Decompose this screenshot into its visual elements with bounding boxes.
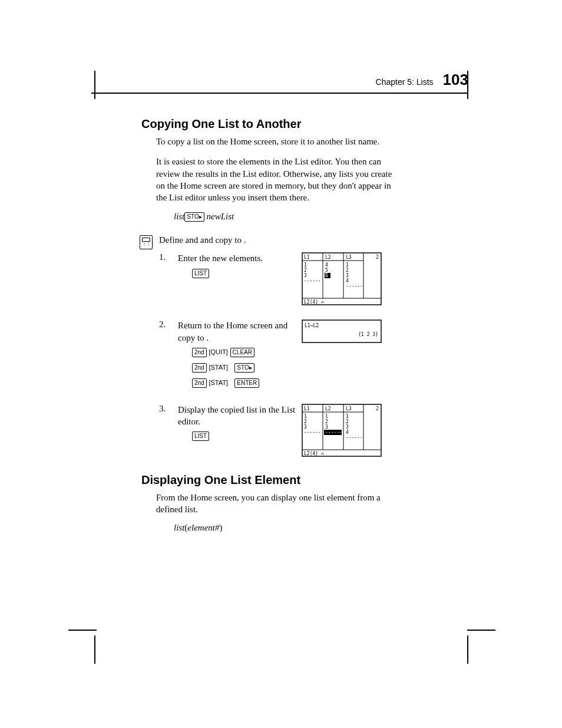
- col-header: L2: [325, 406, 331, 411]
- text: Return to the Home screen and copy: [178, 321, 287, 342]
- cell: 3: [304, 424, 307, 430]
- paragraph: It is easiest to store the elements in t…: [156, 156, 398, 203]
- step-text: Return to the Home screen and copy to . …: [178, 319, 299, 390]
- section-title-copying: Copying One List to Another: [141, 117, 468, 131]
- calculator-screenshot: L1 L2 L3 2 1 2 3 ------ 1 2 3: [302, 404, 382, 457]
- calculator-screenshot: L1→L2 {1 2 3}: [302, 319, 382, 390]
- text: Enter the new elements.: [178, 253, 263, 263]
- cell: 2: [304, 268, 307, 273]
- list-key-icon: LIST: [192, 269, 209, 278]
- example-intro: Define and and copy to .: [159, 235, 468, 245]
- key-row: 2nd [QUIT] CLEAR: [192, 345, 299, 359]
- example-block: Define and and copy to . 1. Enter the ne…: [91, 235, 468, 457]
- page-header: Chapter 5: Lists 103: [91, 71, 468, 94]
- cell: 2: [304, 419, 307, 424]
- cell: 2: [346, 419, 349, 424]
- chapter-label: Chapter 5: Lists: [376, 77, 434, 87]
- syntax-list: list: [174, 212, 184, 221]
- syntax-newlist: newList: [204, 212, 234, 221]
- cell: 4: [346, 278, 349, 284]
- syntax-line: listSTO▸ newList: [174, 212, 468, 222]
- cell: 1: [346, 414, 349, 419]
- cell: 1: [304, 414, 307, 419]
- sto-key-icon: STO▸: [234, 363, 254, 373]
- cell: 3: [304, 273, 307, 278]
- cell: 4: [346, 430, 349, 435]
- list-key-icon: LIST: [192, 431, 209, 441]
- cell: 3: [325, 424, 328, 430]
- dashes: ------: [304, 430, 321, 435]
- section-title-displaying: Displaying One List Element: [141, 473, 468, 487]
- crop-mark: [94, 635, 95, 664]
- text: .: [244, 235, 246, 245]
- text: and copy: [200, 235, 234, 245]
- cell: 6: [325, 273, 328, 278]
- dashes: ------: [325, 430, 342, 435]
- second-key-icon: 2nd: [192, 348, 207, 357]
- col-header: 2: [376, 406, 379, 411]
- text: Define: [159, 235, 186, 245]
- stat-label: [STAT]: [209, 379, 228, 386]
- cell: 2: [346, 268, 349, 273]
- cell: 3: [346, 424, 349, 430]
- status-line: L2(4) =: [304, 451, 324, 456]
- step: 3. Display the copied list in the List e…: [159, 404, 468, 457]
- text: element#: [187, 523, 219, 532]
- step-text: Display the copied list in the List edit…: [178, 404, 299, 457]
- syntax-line: list(element#): [174, 523, 468, 532]
- sto-key-icon: STO▸: [184, 212, 204, 222]
- expression: L1→L2: [305, 323, 319, 328]
- step-number: 2.: [159, 319, 178, 390]
- col-header: L3: [346, 406, 352, 411]
- cell: 5: [325, 268, 328, 273]
- col-header: L2: [325, 255, 331, 260]
- clear-key-icon: CLEAR: [230, 348, 254, 357]
- text: STAT: [211, 379, 226, 386]
- step-list: 1. Enter the new elements. LIST: [159, 252, 468, 457]
- step: 2. Return to the Home screen and copy to…: [159, 319, 468, 390]
- text: QUIT: [211, 348, 226, 355]
- second-key-icon: 2nd: [192, 378, 207, 388]
- close-paren: ): [219, 523, 222, 532]
- crop-mark: [467, 635, 468, 664]
- col-header: L1: [304, 255, 310, 260]
- col-header: 2: [376, 255, 379, 260]
- quit-label: [QUIT]: [209, 348, 227, 355]
- calculator-screenshot: L1 L2 L3 2 1 2 3 ------ 4 5 6: [302, 252, 382, 305]
- step: 1. Enter the new elements. LIST: [159, 252, 468, 305]
- element-arg: element#: [187, 523, 219, 532]
- syntax-list: list: [174, 523, 184, 532]
- dashes: ------: [304, 278, 321, 284]
- key-row: 2nd [STAT] ENTER: [192, 375, 299, 390]
- dashes: ------: [346, 284, 363, 289]
- text: and: [186, 235, 200, 245]
- dashes: ------: [346, 435, 363, 440]
- paragraph: From the Home screen, you can display on…: [156, 492, 398, 516]
- cell: 4: [325, 262, 328, 268]
- col-header: L1: [304, 406, 310, 411]
- step-text: Enter the new elements. LIST: [178, 252, 299, 305]
- paragraph: To copy a list on the Home screen, store…: [156, 136, 398, 147]
- result: {1 2 3}: [358, 332, 378, 337]
- status-line: L2(4) =: [304, 299, 324, 305]
- key-row: LIST: [192, 429, 299, 443]
- page-number: 103: [443, 71, 468, 88]
- text: to: [234, 235, 243, 245]
- cell: 3: [346, 273, 349, 278]
- text: STAT: [211, 364, 226, 371]
- second-key-icon: 2nd: [192, 363, 207, 373]
- key-row: LIST: [192, 266, 299, 280]
- page-content: Chapter 5: Lists 103 Copying One List to…: [91, 71, 468, 543]
- text: Display the copied list in the List edit…: [178, 405, 295, 426]
- cell: 1: [325, 414, 328, 419]
- stat-label: [STAT]: [209, 364, 228, 371]
- cell: 1: [304, 262, 307, 268]
- step-number: 1.: [159, 252, 178, 305]
- text: to: [197, 333, 206, 342]
- cell: 1: [346, 262, 349, 268]
- text: .: [206, 333, 209, 342]
- crop-mark: [467, 630, 495, 631]
- crop-mark: [68, 630, 97, 631]
- step-number: 3.: [159, 404, 178, 457]
- calculator-icon: [140, 235, 153, 249]
